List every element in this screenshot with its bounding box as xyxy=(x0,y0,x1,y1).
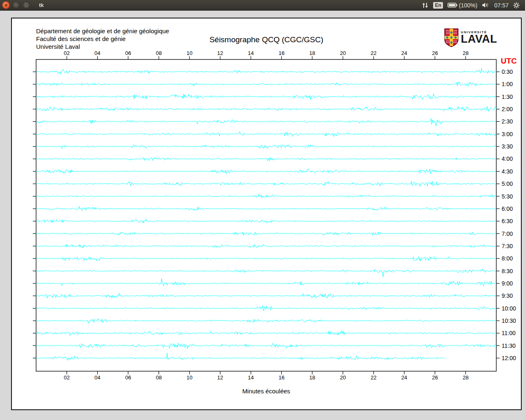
x-tick-label-top: 14 xyxy=(248,50,253,56)
x-tick-label-top: 06 xyxy=(125,50,131,56)
utc-row-label: 3:00 xyxy=(502,131,513,137)
seismogram-trace xyxy=(36,331,496,336)
x-tick-label-top: 16 xyxy=(278,50,284,56)
utc-row-label: 11:30 xyxy=(502,342,516,349)
seismogram-trace xyxy=(36,194,496,198)
utc-row-label: 7:30 xyxy=(502,243,513,249)
utc-row-label: 10:30 xyxy=(502,317,516,324)
x-tick-label-top: 04 xyxy=(94,50,100,56)
x-tick-label-top: 18 xyxy=(309,50,315,56)
utc-row-label: 1:30 xyxy=(502,94,513,100)
seismogram-trace xyxy=(36,269,496,277)
seismogram-trace xyxy=(36,353,445,361)
x-tick-label-top: 12 xyxy=(217,50,223,56)
utc-row-label: 3:30 xyxy=(502,143,513,150)
utc-row-label: 9:00 xyxy=(502,280,513,287)
seismogram-trace xyxy=(36,244,496,248)
minimize-button[interactable]: − xyxy=(12,1,20,9)
gear-icon[interactable] xyxy=(513,2,520,9)
seismogram-trace xyxy=(36,278,496,286)
utc-row-label: 10:00 xyxy=(502,305,516,312)
utc-row-label: 2:30 xyxy=(502,118,513,125)
top-panel: × − □ tk En (100%) xyxy=(0,0,525,11)
window-controls: × − □ xyxy=(0,1,30,9)
x-tick-label-bottom: 22 xyxy=(371,374,377,381)
window-title: tk xyxy=(39,2,44,8)
utc-row-label: 4:00 xyxy=(502,155,513,162)
seismogram-trace xyxy=(36,131,496,137)
seismogram-trace xyxy=(36,293,496,298)
plot-frame xyxy=(36,59,496,371)
x-tick-label-bottom: 24 xyxy=(401,374,407,381)
utc-row-label: 0:30 xyxy=(502,68,513,75)
seismogram-trace xyxy=(36,169,496,173)
x-tick-label-top: 28 xyxy=(463,50,468,56)
utc-row-label: 8:30 xyxy=(502,268,513,274)
seismogram-trace xyxy=(36,319,496,323)
utc-row-label: 4:30 xyxy=(502,168,513,175)
x-tick-label-top: 10 xyxy=(187,50,192,56)
utc-row-label: 6:30 xyxy=(502,218,513,224)
x-tick-label-top: 20 xyxy=(340,50,346,56)
seismogram-trace xyxy=(36,82,496,87)
seismogram-trace xyxy=(36,207,496,211)
x-tick-label-bottom: 02 xyxy=(64,374,70,381)
seismogram-trace xyxy=(36,145,496,149)
system-tray: En (100%) 07:57 xyxy=(422,2,525,9)
x-tick-label-top: 26 xyxy=(432,50,438,56)
x-tick-label-bottom: 20 xyxy=(340,374,346,381)
utc-row-label: 1:00 xyxy=(502,81,513,87)
utc-row-label: 12:00 xyxy=(502,355,516,361)
seismogram-trace xyxy=(36,257,496,261)
seismogram-trace xyxy=(36,158,496,161)
network-updown-arrows-icon[interactable] xyxy=(422,2,429,9)
x-tick-label-bottom: 12 xyxy=(217,374,223,381)
x-tick-label-bottom: 04 xyxy=(94,374,100,381)
x-tick-label-top: 08 xyxy=(156,50,162,56)
x-tick-label-bottom: 28 xyxy=(463,374,468,381)
utc-row-label: 9:30 xyxy=(502,292,513,299)
x-tick-label-top: 24 xyxy=(401,50,407,56)
seismograph-chart: 0202040406060808101012121414161618182020… xyxy=(12,18,521,409)
app-window: Département de géologie et de génie géol… xyxy=(11,18,522,410)
seismogram-trace xyxy=(36,181,496,187)
keyboard-layout-indicator[interactable]: En xyxy=(433,2,443,9)
seismogram-trace xyxy=(36,219,496,223)
utc-row-label: 8:00 xyxy=(502,255,513,262)
maximize-button[interactable]: □ xyxy=(23,1,30,9)
seismogram-trace xyxy=(36,106,496,112)
seismogram-trace xyxy=(36,306,496,311)
battery-icon[interactable] xyxy=(447,2,458,8)
x-tick-label-top: 02 xyxy=(64,50,70,56)
x-tick-label-bottom: 16 xyxy=(278,374,284,381)
x-tick-label-bottom: 14 xyxy=(248,374,253,381)
seismogram-trace xyxy=(36,232,496,235)
x-tick-label-top: 22 xyxy=(371,50,377,56)
utc-row-label: 11:00 xyxy=(502,330,516,336)
utc-row-label: 5:00 xyxy=(502,180,513,187)
utc-row-label: 7:00 xyxy=(502,231,513,237)
battery-percentage[interactable]: (100%) xyxy=(459,2,477,9)
utc-row-label: 2:00 xyxy=(502,106,513,112)
volume-icon[interactable] xyxy=(482,2,490,8)
x-tick-label-bottom: 18 xyxy=(309,374,315,381)
seismogram-trace xyxy=(36,119,496,126)
utc-row-label: 6:00 xyxy=(502,205,513,212)
x-tick-label-bottom: 08 xyxy=(156,374,162,381)
utc-row-label: 5:30 xyxy=(502,193,513,200)
utc-axis-title: UTC xyxy=(501,57,517,65)
x-tick-label-bottom: 26 xyxy=(432,374,438,381)
clock[interactable]: 07:57 xyxy=(494,2,509,9)
seismogram-trace xyxy=(36,68,496,74)
x-axis-label: Minutes écoulées xyxy=(242,388,290,395)
seismogram-trace xyxy=(36,343,496,348)
x-tick-label-bottom: 10 xyxy=(187,374,192,381)
x-tick-label-bottom: 06 xyxy=(125,374,131,381)
seismogram-trace xyxy=(36,94,496,100)
close-button[interactable]: × xyxy=(2,1,10,9)
